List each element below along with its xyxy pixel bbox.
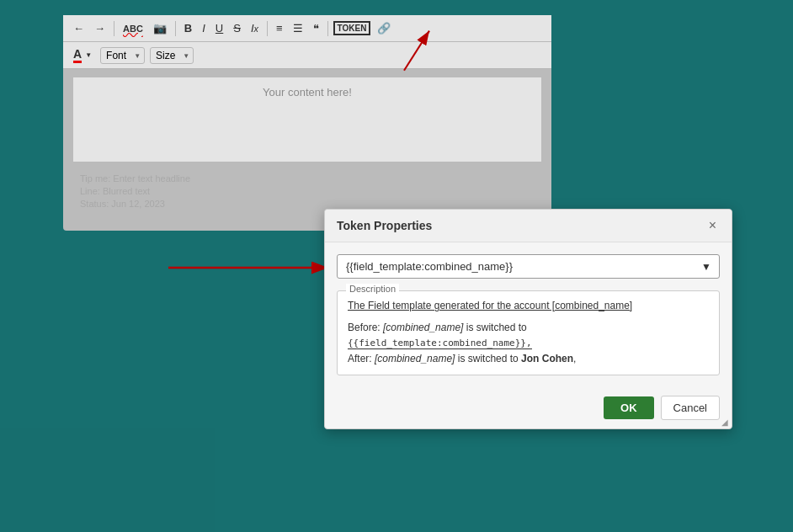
after-suffix: ,	[573, 353, 576, 364]
dialog-footer: OK Cancel	[325, 387, 732, 428]
description-legend: Description	[346, 284, 399, 294]
dialog-header: Token Properties ×	[325, 210, 732, 242]
dialog-body: {{field_template:combined_name}} {{field…	[325, 242, 732, 387]
after-switch: is switched to	[455, 353, 521, 364]
dialog-title: Token Properties	[337, 219, 432, 232]
description-text: Before: [combined_name] is switched to {…	[348, 320, 709, 366]
before-token-code: {{field_template:combined_name}},	[348, 338, 532, 349]
after-label: After:	[348, 353, 375, 364]
description-link[interactable]: The Field template generated for the acc…	[348, 300, 709, 311]
ok-button[interactable]: OK	[604, 396, 654, 419]
token-properties-dialog: Token Properties × {{field_template:comb…	[324, 209, 732, 429]
description-box: Description The Field template generated…	[337, 290, 720, 375]
before-combined: [combined_name]	[383, 322, 463, 333]
token-select-wrapper: {{field_template:combined_name}} {{field…	[337, 254, 720, 279]
cancel-button[interactable]: Cancel	[661, 396, 720, 420]
before-label: Before:	[348, 322, 383, 333]
after-combined: [combined_name]	[375, 353, 455, 364]
before-switch: is switched to	[463, 322, 526, 333]
after-value: Jon Cohen	[521, 353, 573, 364]
dialog-close-button[interactable]: ×	[705, 218, 720, 233]
resize-handle[interactable]: ◢	[721, 418, 730, 427]
token-select[interactable]: {{field_template:combined_name}} {{field…	[337, 254, 720, 279]
